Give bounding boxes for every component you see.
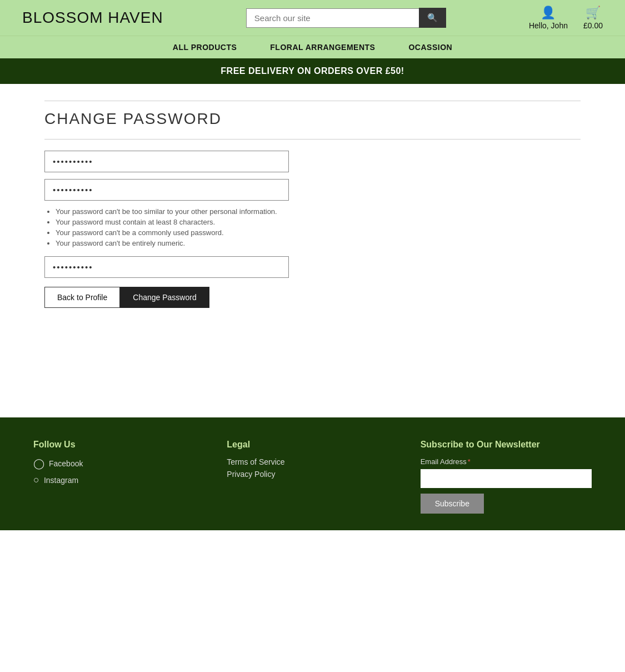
page-title: CHANGE PASSWORD <box>44 110 581 128</box>
facebook-icon: ◯ <box>33 457 44 470</box>
footer-newsletter: Subscribe to Our Newsletter Email Addres… <box>421 440 592 514</box>
password-hints: Your password can't be too similar to yo… <box>56 207 289 247</box>
promo-banner: FREE DELIVERY ON ORDERS OVER £50! <box>0 58 625 84</box>
facebook-label: Facebook <box>49 459 83 468</box>
header-right: 👤 Hello, John 🛒 £0.00 <box>529 6 603 30</box>
email-label-text: Email Address <box>421 457 467 466</box>
form-divider <box>44 139 581 140</box>
search-form: 🔍 <box>246 8 446 28</box>
instagram-icon: ○ <box>33 474 39 486</box>
privacy-policy-link[interactable]: Privacy Policy <box>227 470 398 479</box>
nav-ocassion[interactable]: OCASSION <box>408 43 452 52</box>
footer-newsletter-title: Subscribe to Our Newsletter <box>421 440 592 450</box>
search-button[interactable]: 🔍 <box>419 8 446 28</box>
hint-2: Your password must contain at least 8 ch… <box>56 218 289 226</box>
new-password-field[interactable] <box>44 179 289 201</box>
banner-text: FREE DELIVERY ON ORDERS OVER £50! <box>221 66 404 76</box>
current-password-field[interactable] <box>44 151 289 172</box>
user-label: Hello, John <box>529 21 568 30</box>
nav-all-products[interactable]: ALL PRODUCTS <box>173 43 237 52</box>
instagram-label: Instagram <box>44 476 78 485</box>
main-nav: ALL PRODUCTS FLORAL ARRANGEMENTS OCASSIO… <box>0 36 625 58</box>
footer-follow-title: Follow Us <box>33 440 204 450</box>
cart[interactable]: 🛒 £0.00 <box>583 6 603 30</box>
change-password-form: Your password can't be too similar to yo… <box>44 151 289 308</box>
hint-4: Your password can't be entirely numeric. <box>56 239 289 247</box>
page-divider-top <box>44 101 581 101</box>
back-to-profile-button[interactable]: Back to Profile <box>44 287 120 308</box>
search-input[interactable] <box>246 8 419 28</box>
nav-floral-arrangements[interactable]: FLORAL ARRANGEMENTS <box>270 43 375 52</box>
footer-legal: Legal Terms of Service Privacy Policy <box>227 440 398 482</box>
logo-light: HAVEN <box>103 9 163 26</box>
instagram-link[interactable]: ○ Instagram <box>33 474 204 486</box>
hint-3: Your password can't be a commonly used p… <box>56 228 289 237</box>
confirm-password-field[interactable] <box>44 256 289 278</box>
required-indicator: * <box>468 457 471 466</box>
cart-label: £0.00 <box>583 21 603 30</box>
logo-bold: BLOSSOM <box>22 9 103 26</box>
hint-1: Your password can't be too similar to yo… <box>56 207 289 216</box>
main-content: CHANGE PASSWORD Your password can't be t… <box>0 84 625 417</box>
footer-legal-title: Legal <box>227 440 398 450</box>
cart-icon: 🛒 <box>586 6 601 20</box>
facebook-link[interactable]: ◯ Facebook <box>33 457 204 470</box>
subscribe-button[interactable]: Subscribe <box>421 494 484 514</box>
terms-of-service-link[interactable]: Terms of Service <box>227 457 398 466</box>
site-logo[interactable]: BLOSSOM HAVEN <box>22 9 163 27</box>
form-buttons: Back to Profile Change Password <box>44 287 289 308</box>
change-password-button[interactable]: Change Password <box>120 287 209 308</box>
site-header: BLOSSOM HAVEN 🔍 👤 Hello, John 🛒 £0.00 <box>0 0 625 36</box>
user-account[interactable]: 👤 Hello, John <box>529 6 568 30</box>
email-address-label: Email Address* <box>421 457 592 466</box>
footer-follow: Follow Us ◯ Facebook ○ Instagram <box>33 440 204 490</box>
site-footer: Follow Us ◯ Facebook ○ Instagram Legal T… <box>0 417 625 530</box>
user-icon: 👤 <box>541 6 556 20</box>
newsletter-email-input[interactable] <box>421 469 592 488</box>
